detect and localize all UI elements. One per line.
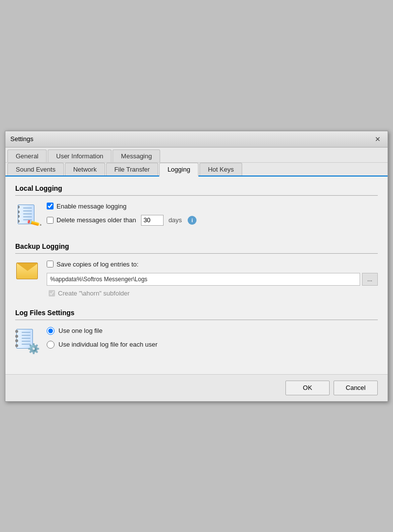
tab-user-information[interactable]: User Information: [48, 149, 112, 162]
window-title: Settings: [10, 135, 33, 143]
tabs-row2: Sound Events Network File Transfer Loggi…: [5, 163, 388, 177]
delete-messages-label: Delete messages older than days i: [56, 215, 196, 226]
local-logging-icon-area: ✏️: [15, 203, 40, 227]
cancel-button[interactable]: Cancel: [334, 381, 378, 395]
create-subfolder-checkbox[interactable]: [49, 290, 55, 296]
delete-messages-row: Delete messages older than days i: [47, 215, 378, 226]
ok-button[interactable]: OK: [285, 381, 330, 395]
close-button[interactable]: ✕: [373, 134, 383, 144]
tab-messaging[interactable]: Messaging: [112, 149, 160, 162]
save-copies-checkbox[interactable]: [47, 261, 54, 267]
tab-file-transfer[interactable]: File Transfer: [106, 163, 158, 176]
delete-messages-checkbox[interactable]: [47, 217, 54, 224]
one-log-file-radio[interactable]: [47, 327, 55, 335]
notebook-gear-icon: ⚙️: [16, 329, 39, 353]
enable-logging-row: Enable message logging: [47, 203, 378, 210]
log-files-body: ⚙️ Use one log file Use individual log f…: [15, 327, 378, 355]
individual-log-file-row: Use individual log file for each user: [47, 341, 378, 349]
local-logging-divider: [15, 195, 378, 196]
bottom-bar: OK Cancel: [5, 374, 388, 401]
create-subfolder-label: Create "\ahorn" subfolder: [58, 290, 130, 297]
log-files-section: Log Files Settings: [15, 309, 378, 355]
log-files-divider: [15, 320, 378, 320]
local-logging-controls: Enable message logging Delete messages o…: [47, 203, 378, 231]
local-logging-header: Local Logging: [15, 184, 378, 192]
subfolder-row: Create "\ahorn" subfolder: [47, 290, 378, 297]
envelope-icon: [16, 263, 39, 282]
settings-window: Settings ✕ General User Information Mess…: [5, 131, 388, 402]
save-copies-label: Save copies of log entries to:: [56, 261, 139, 268]
individual-log-file-label: Use individual log file for each user: [58, 341, 158, 348]
content-area: Local Logging: [5, 177, 388, 374]
one-log-file-row: Use one log file: [47, 327, 378, 335]
log-files-controls: Use one log file Use individual log file…: [47, 327, 378, 355]
backup-logging-controls: Save copies of log entries to: ... Creat…: [47, 261, 378, 297]
tabs-row1: General User Information Messaging: [5, 148, 388, 163]
tab-network[interactable]: Network: [65, 163, 105, 176]
days-input[interactable]: [141, 215, 164, 226]
backup-logging-header: Backup Logging: [15, 242, 378, 250]
log-files-icon-area: ⚙️: [15, 327, 40, 353]
path-row: ...: [47, 273, 378, 286]
browse-button[interactable]: ...: [362, 273, 378, 286]
individual-log-file-radio[interactable]: [47, 341, 55, 349]
tab-sound-events[interactable]: Sound Events: [7, 163, 64, 176]
one-log-file-label: Use one log file: [58, 327, 103, 334]
tab-logging[interactable]: Logging: [159, 163, 198, 177]
notebook-pencil-icon: ✏️: [18, 205, 37, 227]
local-logging-section: Local Logging: [15, 184, 378, 231]
local-logging-body: ✏️ Enable message logging Delete message…: [15, 203, 378, 231]
tab-hot-keys[interactable]: Hot Keys: [199, 163, 242, 176]
backup-logging-divider: [15, 253, 378, 254]
gear-icon: ⚙️: [28, 343, 40, 355]
backup-logging-section: Backup Logging Save copies of log entrie…: [15, 242, 378, 297]
log-path-input[interactable]: [47, 273, 360, 286]
title-bar: Settings ✕: [5, 131, 388, 148]
info-icon[interactable]: i: [188, 216, 196, 225]
backup-logging-body: Save copies of log entries to: ... Creat…: [15, 261, 378, 297]
enable-logging-checkbox[interactable]: [47, 203, 54, 209]
backup-logging-icon-area: [15, 261, 40, 282]
days-label: days: [168, 216, 182, 224]
save-copies-row: Save copies of log entries to:: [47, 261, 378, 268]
log-files-header: Log Files Settings: [15, 309, 378, 317]
tab-general[interactable]: General: [7, 149, 47, 162]
enable-logging-label: Enable message logging: [56, 203, 126, 210]
